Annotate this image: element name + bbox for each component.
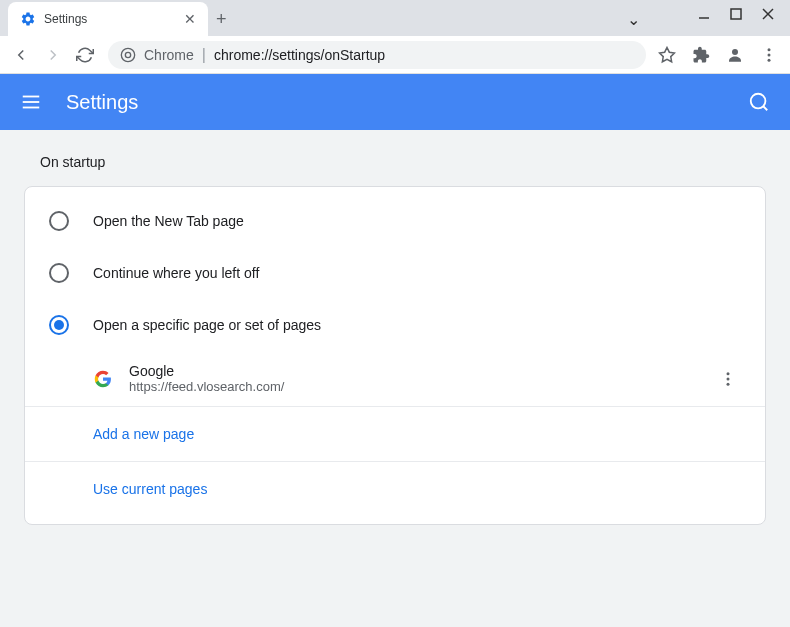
- search-icon[interactable]: [748, 91, 770, 113]
- svg-point-4: [121, 48, 134, 61]
- svg-point-10: [768, 58, 771, 61]
- svg-point-17: [727, 377, 730, 380]
- radio-label: Continue where you left off: [93, 265, 259, 281]
- radio-label: Open the New Tab page: [93, 213, 244, 229]
- svg-point-8: [768, 48, 771, 51]
- radio-icon: [49, 211, 69, 231]
- tabs-chevron-icon[interactable]: ⌄: [627, 10, 640, 29]
- url-prefix: Chrome: [144, 47, 194, 63]
- add-page-row[interactable]: Add a new page: [25, 406, 765, 461]
- radio-label: Open a specific page or set of pages: [93, 317, 321, 333]
- use-current-link: Use current pages: [93, 481, 207, 497]
- minimize-button[interactable]: [698, 8, 710, 20]
- startup-card: Open the New Tab page Continue where you…: [24, 186, 766, 525]
- google-favicon-icon: [93, 369, 113, 389]
- page-info: Google https://feed.vlosearch.com/: [129, 363, 699, 394]
- browser-toolbar: Chrome | chrome://settings/onStartup: [0, 36, 790, 74]
- svg-point-5: [125, 52, 130, 57]
- svg-point-16: [727, 372, 730, 375]
- reload-button[interactable]: [76, 46, 96, 64]
- profile-icon[interactable]: [726, 46, 744, 64]
- section-title: On startup: [24, 154, 766, 170]
- back-button[interactable]: [12, 46, 32, 64]
- page-title: Settings: [66, 91, 748, 114]
- settings-gear-icon: [20, 11, 36, 27]
- new-tab-button[interactable]: +: [216, 9, 227, 30]
- use-current-row[interactable]: Use current pages: [25, 461, 765, 516]
- tab-bar: Settings ✕ + ⌄: [0, 0, 790, 36]
- radio-option-specific-pages[interactable]: Open a specific page or set of pages: [25, 299, 765, 351]
- hamburger-menu-icon[interactable]: [20, 91, 42, 113]
- address-bar[interactable]: Chrome | chrome://settings/onStartup: [108, 41, 646, 69]
- svg-point-18: [727, 382, 730, 385]
- browser-tab[interactable]: Settings ✕: [8, 2, 208, 36]
- settings-header: Settings: [0, 74, 790, 130]
- page-url: https://feed.vlosearch.com/: [129, 379, 699, 394]
- add-page-link: Add a new page: [93, 426, 194, 442]
- more-options-icon[interactable]: [715, 366, 741, 392]
- svg-point-9: [768, 53, 771, 56]
- svg-point-14: [751, 94, 766, 109]
- svg-marker-6: [660, 47, 675, 61]
- bookmark-star-icon[interactable]: [658, 46, 676, 64]
- close-tab-icon[interactable]: ✕: [184, 11, 196, 27]
- tab-title: Settings: [44, 12, 176, 26]
- radio-option-continue[interactable]: Continue where you left off: [25, 247, 765, 299]
- menu-dots-icon[interactable]: [760, 46, 778, 64]
- close-window-button[interactable]: [762, 8, 774, 20]
- url-path: chrome://settings/onStartup: [214, 47, 385, 63]
- url-divider: |: [202, 46, 206, 64]
- svg-line-15: [763, 106, 767, 110]
- forward-button[interactable]: [44, 46, 64, 64]
- extensions-icon[interactable]: [692, 46, 710, 64]
- startup-page-row: Google https://feed.vlosearch.com/: [25, 351, 765, 406]
- svg-rect-1: [731, 9, 741, 19]
- settings-content: On startup Open the New Tab page Continu…: [0, 130, 790, 627]
- page-name: Google: [129, 363, 699, 379]
- maximize-button[interactable]: [730, 8, 742, 20]
- svg-point-7: [732, 49, 738, 55]
- radio-icon: [49, 263, 69, 283]
- chrome-site-icon: [120, 47, 136, 63]
- radio-icon: [49, 315, 69, 335]
- radio-option-new-tab[interactable]: Open the New Tab page: [25, 195, 765, 247]
